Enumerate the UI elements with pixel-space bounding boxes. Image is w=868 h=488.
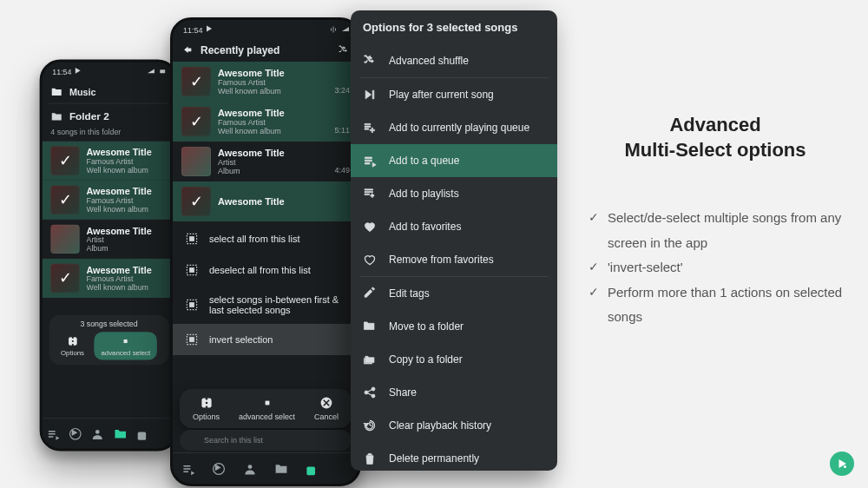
menu-option-label: Copy to a folder <box>389 353 463 366</box>
menu-option-shuffle[interactable]: Advanced shuffle <box>351 44 557 77</box>
nav-folder-icon[interactable] <box>113 426 127 440</box>
selection-toolbar: Options advanced select Cancel <box>180 389 352 428</box>
promo-panel: Advanced Multi-Select options Select/de-… <box>585 113 845 330</box>
album-art[interactable]: ✓ <box>50 186 79 214</box>
playlist-add-icon <box>363 187 377 201</box>
menu-option-playlist-add[interactable]: Add to playlists <box>351 177 557 210</box>
selection-count-label: 3 songs selected <box>56 320 162 328</box>
folder-copy-icon <box>363 353 377 366</box>
advanced-select-option[interactable]: deselect all from this list <box>173 254 358 286</box>
search-icon <box>188 435 199 445</box>
checkmark-icon: ✓ <box>181 67 211 96</box>
menu-option-skip-next[interactable]: Play after current song <box>351 78 557 111</box>
album-art[interactable]: ✓ <box>50 264 79 293</box>
song-row[interactable]: ✓ Awesome Title Famous Artist Well known… <box>173 102 358 142</box>
advanced-select-button[interactable]: advanced select <box>95 332 157 359</box>
song-duration: 4:49 <box>334 166 350 175</box>
song-album: Album <box>87 244 168 253</box>
song-title: Awesome Title <box>218 196 350 207</box>
song-title: Awesome Title <box>87 226 168 236</box>
menu-option-history[interactable]: Clear playback history <box>351 409 557 442</box>
shuffle-icon[interactable] <box>338 44 350 56</box>
menu-option-heart[interactable]: Add to favorites <box>351 210 557 243</box>
history-icon <box>363 419 377 432</box>
app-logo-icon <box>830 452 854 476</box>
appbar-title: Recently played <box>201 44 279 56</box>
nav-profile-icon[interactable] <box>91 426 105 440</box>
nav-library-icon[interactable] <box>135 426 149 440</box>
back-icon[interactable] <box>181 44 194 56</box>
options-button[interactable]: Options <box>61 335 84 357</box>
album-art[interactable] <box>50 225 79 254</box>
menu-option-heart-outline[interactable]: Remove from favorites <box>351 243 557 276</box>
menu-option-label: Add to currently playing queue <box>389 122 529 134</box>
song-artist: Famous Artist <box>218 78 327 87</box>
select-frame-icon <box>185 232 199 246</box>
options-button[interactable]: Options <box>193 396 220 421</box>
advanced-select-button[interactable]: advanced select <box>239 396 295 421</box>
menu-option-label: Remove from favorites <box>389 254 494 266</box>
nav-profile-icon[interactable] <box>243 462 257 476</box>
song-row[interactable]: ✓ Awesome Title Famous Artist Well known… <box>173 62 358 102</box>
album-art[interactable]: ✓ <box>50 147 79 175</box>
option-label: invert selection <box>209 334 273 345</box>
app-bar: Music <box>43 81 176 102</box>
song-row[interactable]: ✓ Awesome Title Famous Artist Well known… <box>43 181 176 220</box>
nav-play-icon[interactable] <box>69 426 82 440</box>
nav-library-icon[interactable] <box>305 462 319 476</box>
app-bar: Recently played <box>173 39 358 62</box>
song-row[interactable]: Awesome Title Artist Album <box>43 220 176 259</box>
bottom-nav <box>173 452 358 484</box>
menu-option-label: Share <box>389 386 417 399</box>
promo-title: Advanced Multi-Select options <box>585 113 845 162</box>
song-album: Well known album <box>218 127 327 135</box>
menu-option-label: Add to favorites <box>389 221 461 233</box>
select-frame-icon <box>185 263 199 277</box>
nav-folder-icon[interactable] <box>274 462 288 476</box>
cancel-button[interactable]: Cancel <box>314 396 339 421</box>
svg-point-18 <box>70 428 82 439</box>
song-artist: Famous Artist <box>218 118 327 127</box>
queue-add-icon <box>363 121 377 135</box>
menu-option-label: Edit tags <box>389 287 430 300</box>
menu-option-edit[interactable]: Edit tags <box>351 277 557 310</box>
song-title: Awesome Title <box>218 68 327 78</box>
song-title: Awesome Title <box>218 148 327 158</box>
menu-option-folder-move[interactable]: Move to a folder <box>351 310 557 343</box>
search-input[interactable]: Search in this list <box>180 430 352 451</box>
advanced-select-option[interactable]: select songs in-between first & last sel… <box>173 286 358 324</box>
nav-queue-icon[interactable] <box>181 462 195 476</box>
advanced-select-option[interactable]: invert selection <box>173 324 358 355</box>
menu-option-queue[interactable]: Add to a queue <box>351 144 557 177</box>
option-label: deselect all from this list <box>209 265 311 275</box>
album-art[interactable]: ✓ <box>181 187 211 216</box>
song-title: Awesome Title <box>87 148 168 158</box>
song-artist: Artist <box>87 235 168 244</box>
nav-search-icon[interactable] <box>336 462 350 476</box>
bottom-nav <box>43 418 176 448</box>
album-art[interactable]: ✓ <box>181 107 211 136</box>
nav-play-icon[interactable] <box>212 462 226 476</box>
song-album: Well known album <box>87 166 168 175</box>
song-row[interactable]: Awesome Title Artist Album 4:49 <box>173 142 358 181</box>
song-album: Album <box>218 167 327 175</box>
select-frame-icon <box>185 298 199 312</box>
song-row[interactable]: ✓ Awesome Title Famous Artist Well known… <box>43 142 176 181</box>
menu-option-delete[interactable]: Delete permanently <box>351 442 557 471</box>
song-row[interactable]: ✓ Awesome Title <box>173 181 358 221</box>
song-row[interactable]: ✓ Awesome Title Famous Artist Well known… <box>43 259 176 298</box>
checkmark-icon: ✓ <box>181 187 211 216</box>
album-art[interactable]: ✓ <box>181 67 211 96</box>
menu-option-folder-copy[interactable]: Copy to a folder <box>351 343 557 376</box>
menu-option-queue-add[interactable]: Add to currently playing queue <box>351 111 557 144</box>
svg-point-15 <box>844 465 846 468</box>
nav-queue-icon[interactable] <box>47 426 61 440</box>
promo-bullet: 'invert-select' <box>585 255 845 280</box>
advanced-select-option[interactable]: select all from this list <box>173 223 358 254</box>
folder-breadcrumb[interactable]: Folder 2 <box>43 104 176 125</box>
song-album: Well known album <box>87 283 168 292</box>
menu-option-share[interactable]: Share <box>351 376 557 409</box>
delete-icon <box>363 452 377 465</box>
song-artist: Famous Artist <box>87 157 168 166</box>
album-art[interactable] <box>181 147 211 176</box>
